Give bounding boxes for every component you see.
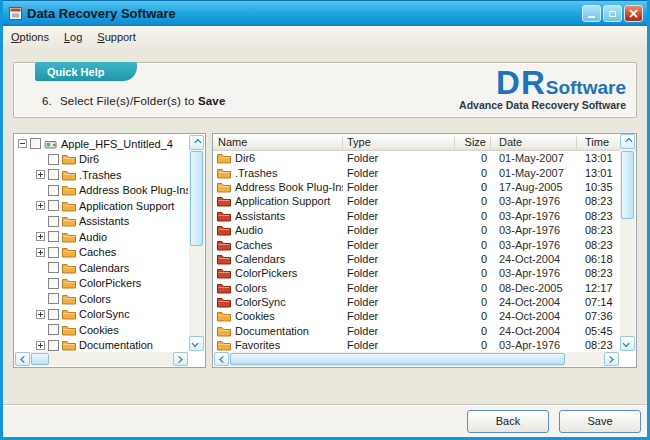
tree-item[interactable]: Documentation [14,338,188,352]
volume-icon [44,138,58,150]
tree-item[interactable]: Dir6 [14,152,188,168]
file-list-row[interactable]: Application Support Folder 0 03-Apr-1976… [213,194,620,208]
tree-checkbox[interactable] [48,231,59,242]
file-list-row[interactable]: Assistants Folder 0 03-Apr-1976 08:23 [213,209,620,223]
tree-checkbox[interactable] [48,216,59,227]
menu-item-options[interactable]: Options [11,31,49,43]
tree-checkbox[interactable] [30,138,41,149]
tree-item[interactable]: ColorPickers [14,276,188,292]
file-list-row[interactable]: Colors Folder 0 08-Dec-2005 12:17 [213,281,620,295]
tree-vertical-scrollbar[interactable] [189,135,204,351]
tree-checkbox[interactable] [48,154,59,165]
file-list-row[interactable]: .Trashes Folder 0 01-May-2007 13:01 [213,165,620,179]
tree-item[interactable]: Cookies [14,322,188,338]
tree-expander-toggle[interactable] [36,232,45,241]
scroll-down-button[interactable] [189,336,204,351]
menu-item-log[interactable]: Log [64,31,82,43]
list-vertical-scrollbar[interactable] [620,134,635,351]
column-header-name[interactable]: Name [213,136,343,149]
tree-item[interactable]: Address Book Plug-Ins [14,183,188,199]
tree-expander-toggle[interactable] [36,170,45,179]
tree-item[interactable]: Apple_HFS_Untitled_4 [14,136,188,152]
scroll-down-button[interactable] [620,336,635,351]
scroll-left-button[interactable] [214,352,229,366]
file-list-row[interactable]: Dir6 Folder 0 01-May-2007 13:01 [213,151,620,165]
file-list-row[interactable]: Calendars Folder 0 24-Oct-2004 06:18 [213,252,620,266]
tree-expander-toggle[interactable] [36,310,45,319]
tree-checkbox[interactable] [48,169,59,180]
quick-help-tab: Quick Help [35,62,137,81]
deleted-folder-icon [217,210,231,222]
column-header-date[interactable]: Date [491,136,577,149]
menu-item-support[interactable]: Support [97,31,136,43]
file-date: 24-Oct-2004 [491,310,577,322]
tree-item-label: Assistants [79,215,129,227]
column-header-size[interactable]: Size [455,136,491,149]
list-horizontal-scrollbar[interactable] [214,352,619,366]
tree-item[interactable]: Audio [14,229,188,245]
file-list-row[interactable]: ColorSync Folder 0 24-Oct-2004 07:14 [213,295,620,309]
folder-icon [62,200,76,212]
file-time: 10:35 [577,181,620,193]
tree-checkbox[interactable] [48,262,59,273]
scrollbar-thumb[interactable] [230,353,565,365]
tree-checkbox[interactable] [48,185,59,196]
save-button[interactable]: Save [559,410,641,433]
close-button[interactable] [624,5,643,22]
back-button[interactable]: Back [467,410,549,433]
tree-checkbox[interactable] [48,293,59,304]
scroll-up-button[interactable] [189,135,204,150]
chevron-right-icon [176,355,183,362]
tree-checkbox[interactable] [48,278,59,289]
tree-item[interactable]: Colors [14,291,188,307]
tree-item[interactable]: Application Support [14,198,188,214]
tree-checkbox[interactable] [48,340,59,351]
file-type: Folder [343,210,455,222]
scrollbar-thumb[interactable] [190,151,203,246]
scroll-right-button[interactable] [604,352,619,366]
tree-expander-toggle[interactable] [36,341,45,350]
deleted-folder-icon [217,224,231,236]
tree-checkbox[interactable] [48,200,59,211]
tree-item[interactable]: Calendars [14,260,188,276]
scroll-up-button[interactable] [620,134,635,149]
maximize-button[interactable] [603,5,622,22]
file-list-row[interactable]: Caches Folder 0 03-Apr-1976 08:23 [213,237,620,251]
deleted-folder-icon [217,253,231,265]
tree-expander-toggle[interactable] [18,139,27,148]
tree-checkbox[interactable] [48,247,59,258]
minimize-button[interactable] [582,5,601,22]
tree-item[interactable]: ColorSync [14,307,188,323]
file-list-row[interactable]: Audio Folder 0 03-Apr-1976 08:23 [213,223,620,237]
file-type: Folder [343,253,455,265]
file-size: 0 [455,152,491,164]
scrollbar-thumb[interactable] [621,151,634,219]
tree-checkbox[interactable] [48,324,59,335]
tree-checkbox[interactable] [48,309,59,320]
column-header-time[interactable]: Time [577,136,620,149]
tree-item-label: Colors [79,293,111,305]
file-list-panel: Name Type Size Date Time Dir6 Folder 0 0… [212,133,637,368]
tree-item-label: Documentation [79,339,153,351]
scroll-right-button[interactable] [173,352,188,366]
app-icon [9,7,22,20]
file-time: 07:14 [577,296,620,308]
tree-horizontal-scrollbar[interactable] [15,352,188,366]
tree-item[interactable]: Caches [14,245,188,261]
deleted-folder-icon [217,282,231,294]
file-list-row[interactable]: Favorites Folder 0 03-Apr-1976 08:23 [213,338,620,351]
file-type: Folder [343,239,455,251]
file-list-row[interactable]: ColorPickers Folder 0 03-Apr-1976 08:23 [213,266,620,280]
scroll-left-button[interactable] [15,352,30,366]
file-time: 13:01 [577,152,620,164]
tree-expander-toggle[interactable] [36,248,45,257]
file-list-row[interactable]: Cookies Folder 0 24-Oct-2004 07:36 [213,309,620,323]
file-list-row[interactable]: Address Book Plug-Ins Folder 0 17-Aug-20… [213,180,620,194]
file-date: 24-Oct-2004 [491,253,577,265]
tree-expander-toggle[interactable] [36,201,45,210]
tree-item[interactable]: .Trashes [14,167,188,183]
file-list-row[interactable]: Documentation Folder 0 24-Oct-2004 05:45 [213,324,620,338]
column-header-type[interactable]: Type [343,136,455,149]
tree-item[interactable]: Assistants [14,214,188,230]
scrollbar-thumb[interactable] [31,353,49,365]
